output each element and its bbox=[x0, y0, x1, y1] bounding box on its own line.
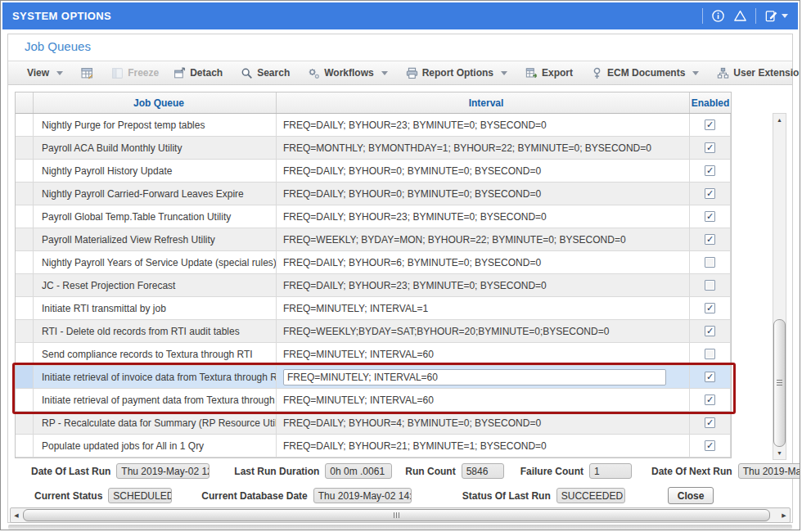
enabled-checkbox[interactable] bbox=[705, 211, 715, 222]
table-row[interactable]: RP - Recalculate data for Summary (RP Re… bbox=[16, 412, 731, 435]
row-selector[interactable] bbox=[16, 137, 34, 160]
enabled-checkbox[interactable] bbox=[705, 257, 715, 268]
interval-cell[interactable]: FREQ=MINUTELY; INTERVAL=60 bbox=[277, 343, 690, 366]
enabled-checkbox[interactable] bbox=[705, 142, 715, 153]
table-row[interactable]: Payroll ACA Build Monthly UtilityFREQ=MO… bbox=[16, 137, 731, 160]
enabled-checkbox[interactable] bbox=[705, 280, 715, 291]
vertical-scroll-thumb[interactable] bbox=[773, 319, 786, 447]
job-queue-cell[interactable]: Nightly Payroll History Update bbox=[34, 160, 277, 183]
interval-cell[interactable]: FREQ=DAILY; BYHOUR=0; BYMINUTE=0; BYSECO… bbox=[277, 183, 690, 205]
workflows-button[interactable]: Workflows bbox=[300, 61, 394, 84]
scroll-left-button[interactable]: ◀ bbox=[11, 508, 22, 522]
query-by-example-button[interactable] bbox=[74, 61, 101, 84]
row-selector[interactable] bbox=[16, 320, 34, 343]
scroll-down-button[interactable]: ▼ bbox=[773, 447, 786, 459]
vertical-scrollbar[interactable]: ▲ ▼ bbox=[773, 113, 786, 460]
table-row[interactable]: Nightly Payroll Carried-Forward Leaves E… bbox=[16, 183, 731, 205]
enabled-checkbox[interactable] bbox=[705, 165, 715, 176]
enabled-checkbox[interactable] bbox=[705, 119, 715, 130]
row-selector[interactable] bbox=[16, 297, 34, 320]
row-selector[interactable] bbox=[16, 412, 34, 435]
table-row[interactable]: Populate updated jobs for All in 1 QryFR… bbox=[16, 435, 731, 458]
job-queue-cell[interactable]: Nightly Payroll Carried-Forward Leaves E… bbox=[34, 183, 277, 205]
row-selector[interactable] bbox=[16, 205, 34, 228]
enabled-checkbox[interactable] bbox=[705, 372, 715, 382]
export-button[interactable]: Export bbox=[518, 61, 580, 84]
table-row[interactable]: Nightly Payroll Years of Service Update … bbox=[16, 251, 731, 274]
view-menu-button[interactable]: View bbox=[20, 61, 70, 84]
job-queue-cell[interactable]: Send compliance records to Textura throu… bbox=[34, 343, 277, 366]
interval-cell[interactable]: FREQ=MINUTELY; INTERVAL=1 bbox=[277, 297, 690, 320]
job-queue-cell[interactable]: RTI - Delete old records from RTI audit … bbox=[34, 320, 277, 343]
interval-cell[interactable]: FREQ=MINUTELY; INTERVAL=60 bbox=[277, 389, 690, 412]
table-row[interactable]: Initiate retrieval of payment data from … bbox=[16, 389, 731, 412]
interval-cell[interactable]: FREQ=DAILY; BYHOUR=21; BYMINUTE=1; BYSEC… bbox=[277, 435, 690, 458]
horizontal-scrollbar[interactable]: ◀ ▶ bbox=[10, 507, 791, 523]
interval-cell[interactable] bbox=[277, 366, 690, 389]
column-header-job-queue[interactable]: Job Queue bbox=[34, 92, 277, 113]
job-queue-cell[interactable]: Initiate RTI transmittal by job bbox=[34, 297, 277, 320]
warning-icon[interactable] bbox=[733, 9, 747, 23]
enabled-checkbox[interactable] bbox=[705, 188, 715, 199]
table-row[interactable]: Initiate RTI transmittal by jobFREQ=MINU… bbox=[16, 297, 731, 320]
table-row[interactable]: Payroll Global Temp.Table Truncation Uti… bbox=[16, 205, 731, 228]
interval-cell[interactable]: FREQ=WEEKLY; BYDAY=MON; BYHOUR=22; BYMIN… bbox=[277, 228, 690, 251]
job-queue-cell[interactable]: Populate updated jobs for All in 1 Qry bbox=[34, 435, 277, 458]
job-queue-cell[interactable]: Payroll Global Temp.Table Truncation Uti… bbox=[34, 205, 277, 228]
enabled-checkbox[interactable] bbox=[705, 440, 715, 451]
table-row[interactable]: Nightly Purge for Prepost temp tablesFRE… bbox=[16, 114, 731, 137]
enabled-checkbox[interactable] bbox=[705, 326, 715, 336]
column-header-enabled[interactable]: Enabled bbox=[690, 92, 731, 113]
job-queue-cell[interactable]: Initiate retrieval of payment data from … bbox=[34, 389, 277, 412]
job-queue-cell[interactable]: Nightly Purge for Prepost temp tables bbox=[34, 114, 277, 137]
job-queue-cell[interactable]: RP - Recalculate data for Summary (RP Re… bbox=[34, 412, 277, 435]
row-selector[interactable] bbox=[16, 343, 34, 366]
table-row[interactable]: Nightly Payroll History UpdateFREQ=DAILY… bbox=[16, 160, 731, 183]
job-queue-cell[interactable]: Payroll ACA Build Monthly Utility bbox=[34, 137, 277, 160]
search-button[interactable]: Search bbox=[233, 61, 297, 84]
job-queue-cell[interactable]: Initiate retrieval of invoice data from … bbox=[34, 366, 277, 389]
interval-cell[interactable]: FREQ=WEEKLY;BYDAY=SAT;BYHOUR=20;BYMINUTE… bbox=[277, 320, 690, 343]
job-queue-cell[interactable]: Nightly Payroll Years of Service Update … bbox=[34, 251, 277, 274]
interval-cell[interactable]: FREQ=DAILY; BYHOUR=23; BYMINUTE=0; BYSEC… bbox=[277, 114, 690, 137]
enabled-checkbox[interactable] bbox=[705, 394, 715, 405]
row-selector[interactable] bbox=[16, 183, 34, 205]
row-selector[interactable] bbox=[16, 435, 34, 458]
job-queue-cell[interactable]: Payroll Materialized View Refresh Utilit… bbox=[34, 228, 277, 251]
edit-icon[interactable] bbox=[764, 9, 788, 23]
table-row[interactable]: JC - Reset Projection ForecastFREQ=DAILY… bbox=[16, 274, 731, 297]
row-selector[interactable] bbox=[16, 389, 34, 412]
enabled-checkbox[interactable] bbox=[705, 234, 715, 245]
ecm-documents-button[interactable]: ECM Documents bbox=[583, 61, 706, 84]
interval-cell[interactable]: FREQ=DAILY; BYHOUR=0; BYMINUTE=0; BYSECO… bbox=[277, 160, 690, 183]
row-selector[interactable] bbox=[16, 228, 34, 251]
interval-cell[interactable]: FREQ=DAILY; BYHOUR=4; BYMINUTE=0; BYSECO… bbox=[277, 412, 690, 435]
row-selector[interactable] bbox=[16, 251, 34, 274]
job-queue-cell[interactable]: JC - Reset Projection Forecast bbox=[34, 274, 277, 297]
table-row[interactable]: Initiate retrieval of invoice data from … bbox=[16, 366, 731, 389]
interval-cell[interactable]: FREQ=DAILY; BYHOUR=6; BYMINUTE=0; BYSECO… bbox=[277, 251, 690, 274]
table-row[interactable]: RTI - Delete old records from RTI audit … bbox=[16, 320, 731, 343]
info-icon[interactable] bbox=[711, 9, 725, 23]
report-options-button[interactable]: Report Options bbox=[399, 61, 515, 84]
horizontal-scroll-thumb[interactable] bbox=[23, 509, 770, 521]
enabled-checkbox[interactable] bbox=[705, 349, 715, 359]
row-selector[interactable] bbox=[16, 114, 34, 137]
interval-input[interactable] bbox=[283, 369, 666, 385]
interval-cell[interactable]: FREQ=DAILY; BYHOUR=23; BYMINUTE=0; BYSEC… bbox=[277, 205, 690, 228]
column-header-interval[interactable]: Interval bbox=[277, 92, 690, 113]
row-selector[interactable] bbox=[16, 160, 34, 183]
table-row[interactable]: Send compliance records to Textura throu… bbox=[16, 343, 731, 366]
close-button[interactable]: Close bbox=[668, 487, 714, 504]
interval-cell[interactable]: FREQ=MONTHLY; BYMONTHDAY=1; BYHOUR=22; B… bbox=[277, 137, 690, 160]
scroll-right-button[interactable]: ▶ bbox=[778, 508, 790, 522]
row-selector[interactable] bbox=[16, 366, 34, 389]
enabled-checkbox[interactable] bbox=[705, 417, 715, 428]
user-extensions-button[interactable]: User Extensions bbox=[710, 61, 800, 84]
scroll-up-button[interactable]: ▲ bbox=[773, 114, 786, 126]
row-selector[interactable] bbox=[16, 274, 34, 297]
enabled-checkbox[interactable] bbox=[705, 303, 715, 313]
freeze-button[interactable]: Freeze bbox=[104, 61, 166, 84]
detach-button[interactable]: Detach bbox=[166, 61, 230, 84]
table-row[interactable]: Payroll Materialized View Refresh Utilit… bbox=[16, 228, 731, 251]
